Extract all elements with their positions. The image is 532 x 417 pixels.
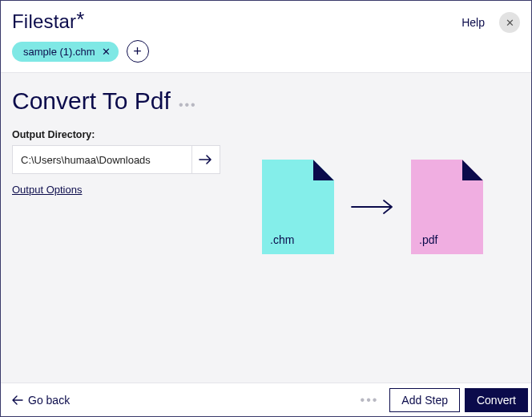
output-path-input[interactable] — [12, 145, 191, 174]
output-options-link[interactable]: Output Options — [12, 184, 82, 196]
footer-menu-button[interactable]: ••• — [349, 393, 390, 407]
file-chip[interactable]: sample (1).chm ✕ — [12, 42, 119, 62]
app-window: Filestar* Help ✕ sample (1).chm ✕ + Conv… — [0, 0, 532, 417]
close-icon: ✕ — [506, 17, 514, 29]
page-title: Convert To Pdf — [12, 87, 171, 115]
convert-button[interactable]: Convert — [465, 388, 528, 412]
add-step-button[interactable]: Add Step — [389, 388, 460, 412]
header-actions: Help ✕ — [461, 12, 520, 33]
plus-icon: + — [133, 43, 142, 60]
title-menu-button[interactable]: ••• — [179, 98, 197, 112]
app-name: Filestar — [12, 10, 76, 32]
app-logo: Filestar* — [12, 9, 85, 34]
header: Filestar* Help ✕ — [1, 1, 531, 40]
footer-actions: ••• Add Step Convert — [349, 383, 531, 416]
close-button[interactable]: ✕ — [499, 12, 520, 33]
file-chip-label: sample (1).chm — [23, 46, 95, 58]
title-row: Convert To Pdf ••• — [12, 87, 520, 115]
main-panel: Convert To Pdf ••• Output Directory: Out… — [1, 73, 531, 383]
output-directory-label: Output Directory: — [12, 129, 520, 140]
output-path-row — [12, 145, 220, 174]
arrow-right-icon — [199, 154, 213, 165]
arrow-left-icon — [12, 395, 23, 405]
arrow-right-icon — [350, 199, 395, 215]
conversion-illustration: .chm .pdf — [262, 160, 483, 254]
footer: Go back ••• Add Step Convert — [1, 383, 531, 416]
chip-remove-icon[interactable]: ✕ — [102, 46, 111, 58]
add-file-button[interactable]: + — [127, 40, 149, 63]
target-ext-label: .pdf — [419, 233, 437, 246]
source-ext-label: .chm — [270, 233, 294, 246]
go-back-button[interactable]: Go back — [12, 394, 70, 407]
go-back-label: Go back — [28, 394, 70, 407]
target-file-icon: .pdf — [411, 160, 483, 254]
star-icon: * — [76, 7, 84, 31]
output-path-browse-button[interactable] — [191, 145, 220, 174]
source-file-icon: .chm — [262, 160, 334, 254]
file-chip-row: sample (1).chm ✕ + — [1, 40, 531, 73]
help-link[interactable]: Help — [461, 16, 485, 29]
